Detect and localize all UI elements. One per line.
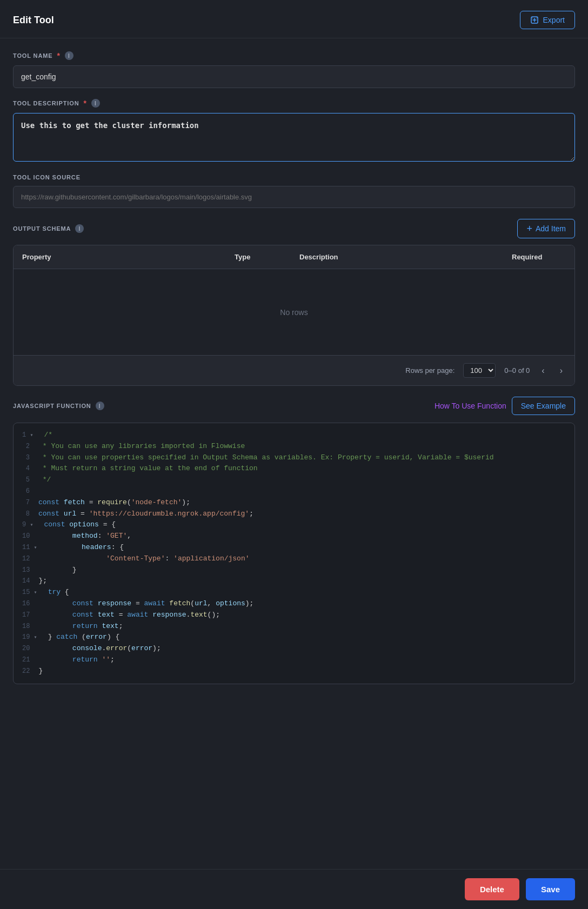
tool-name-label: TOOL NAME * i [13,51,575,60]
col-description: Description [299,253,512,261]
code-line-12: 12 'Content-Type': 'application/json' [14,553,574,565]
code-line-13: 13 } [14,565,574,576]
code-line-22: 22 } [14,666,574,677]
code-line-10: 10 method: 'GET', [14,531,574,542]
table-footer: Rows per page: 100 25 50 0–0 of 0 ‹ › [14,356,574,385]
output-schema-table: Property Type Description Required No ro… [13,245,575,386]
schema-header: OUTPUT SCHEMA i + Add Item [13,219,575,238]
js-function-info-icon[interactable]: i [96,402,104,410]
output-schema-label: OUTPUT SCHEMA i [13,224,84,233]
rows-per-page-select[interactable]: 100 25 50 [463,363,496,378]
js-function-header: JAVASCRIPT FUNCTION i How To Use Functio… [13,397,575,415]
code-line-7: 7 const fetch = require('node-fetch'); [14,497,574,509]
table-body: No rows [14,269,574,356]
js-function-section: JAVASCRIPT FUNCTION i How To Use Functio… [13,397,575,684]
tool-description-label: TOOL DESCRIPTION * i [13,99,575,108]
js-label-group: JAVASCRIPT FUNCTION i [13,402,104,410]
code-line-6: 6 [14,486,574,497]
no-rows-message: No rows [280,308,308,317]
code-editor[interactable]: 1 ▾ /* 2 * You can use any libraries imp… [13,423,575,684]
output-schema-info-icon[interactable]: i [75,224,84,233]
code-line-11: 11 ▾ headers: { [14,542,574,553]
table-header: Property Type Description Required [14,245,574,269]
schema-label-group: OUTPUT SCHEMA i [13,224,84,233]
code-line-21: 21 return ''; [14,654,574,666]
output-schema-section: OUTPUT SCHEMA i + Add Item Property Type… [13,219,575,386]
code-line-2: 2 * You can use any libraries imported i… [14,441,574,452]
save-button[interactable]: Save [526,878,575,900]
required-indicator: * [57,51,61,60]
code-line-17: 17 const text = await response.text(); [14,610,574,621]
how-to-use-link[interactable]: How To Use Function [435,402,506,410]
js-function-label: JAVASCRIPT FUNCTION i [13,402,104,410]
tool-icon-source-section: TOOL ICON SOURCE [13,174,575,208]
code-line-5: 5 */ [14,474,574,486]
js-function-links: How To Use Function See Example [435,397,575,415]
tool-icon-source-input[interactable] [13,186,575,208]
code-line-1: 1 ▾ /* [14,430,574,441]
delete-button[interactable]: Delete [465,878,519,900]
code-line-16: 16 const response = await fetch(url, opt… [14,598,574,610]
footer-buttons: Delete Save [0,869,588,909]
code-line-15: 15 ▾ try { [14,587,574,598]
tool-description-section: TOOL DESCRIPTION * i Use this to get the… [13,99,575,163]
code-line-19: 19 ▾ } catch (error) { [14,632,574,643]
tool-icon-source-label: TOOL ICON SOURCE [13,174,575,181]
col-type: Type [235,253,299,261]
export-button[interactable]: Export [520,11,575,29]
content-area: TOOL NAME * i TOOL DESCRIPTION * i Use t… [0,38,588,749]
pagination-info: 0–0 of 0 [504,366,530,375]
code-line-18: 18 return text; [14,621,574,632]
code-wrapper: 1 ▾ /* 2 * You can use any libraries imp… [14,423,574,684]
code-line-3: 3 * You can use properties specified in … [14,452,574,464]
rows-per-page-label: Rows per page: [405,366,455,375]
col-property: Property [22,253,235,261]
tool-description-info-icon[interactable]: i [91,99,100,108]
plus-icon: + [526,224,532,233]
tool-description-input[interactable]: Use this to get the cluster information [13,113,575,162]
code-line-8: 8 const url = 'https://cloudrumble.ngrok… [14,509,574,520]
page-title: Edit Tool [13,15,54,26]
page-container: Edit Tool Export TOOL NAME * i TOOL DESC… [0,0,588,909]
required-indicator-desc: * [83,99,86,108]
next-page-button[interactable]: › [557,364,566,378]
tool-name-info-icon[interactable]: i [65,51,74,60]
tool-name-section: TOOL NAME * i [13,51,575,88]
code-line-14: 14 }; [14,576,574,587]
code-line-9: 9 ▾ const options = { [14,519,574,531]
col-required: Required [512,253,566,261]
code-line-20: 20 console.error(error); [14,643,574,654]
export-icon [530,16,539,24]
add-item-button[interactable]: + Add Item [517,219,575,238]
code-line-4: 4 * Must return a string value at the en… [14,463,574,474]
prev-page-button[interactable]: ‹ [538,364,547,378]
tool-name-input[interactable] [13,65,575,88]
header: Edit Tool Export [0,0,588,38]
see-example-button[interactable]: See Example [512,397,575,415]
